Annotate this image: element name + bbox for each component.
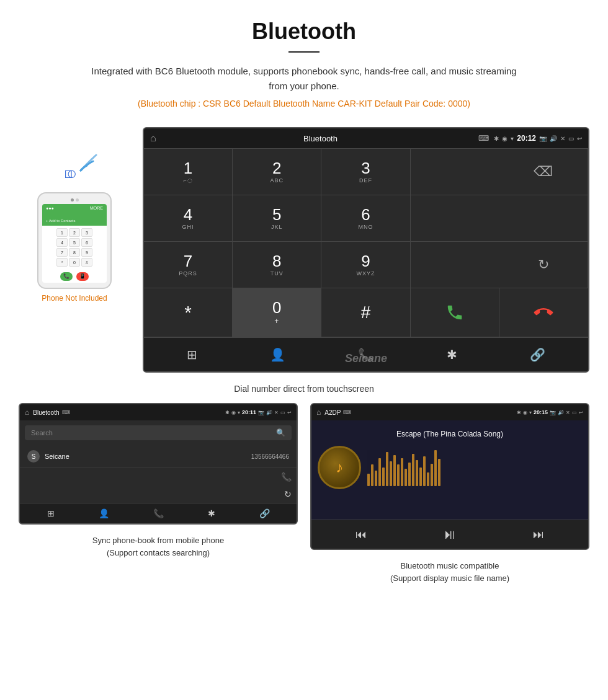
phone-status-bar: ●●● MORE bbox=[42, 204, 107, 212]
nav-phone-icon[interactable]: 📞 bbox=[349, 344, 383, 365]
waveform-bar bbox=[412, 454, 414, 486]
pb-usb-icon: ⌨ bbox=[62, 409, 70, 415]
wifi-icon: ▾ bbox=[511, 135, 514, 142]
dial-backspace[interactable]: ⌫ bbox=[499, 149, 588, 195]
nav-contacts-icon[interactable]: 👤 bbox=[261, 344, 295, 365]
pb-nav-link[interactable]: 🔗 bbox=[259, 508, 270, 518]
music-time: 20:15 bbox=[534, 409, 548, 415]
waveform-bar bbox=[378, 458, 381, 486]
phonebook-block: ⌂ Bluetooth ⌨ ✱ ◉ ▾ 20:11 📷 🔊 ✕ ▭ ↩ Sear… bbox=[19, 403, 298, 593]
waveform-bar bbox=[382, 467, 385, 486]
waveform-bar bbox=[397, 464, 400, 486]
search-placeholder: Search bbox=[31, 429, 276, 436]
phone-call-red-btn: 📱 bbox=[76, 272, 89, 281]
dial-key-8[interactable]: 8 TUV bbox=[233, 242, 321, 288]
phone-keypad-row-2: 4 5 6 bbox=[45, 238, 104, 247]
dial-key-6[interactable]: 6 MNO bbox=[321, 195, 410, 242]
dial-key-7[interactable]: 7 PQRS bbox=[144, 242, 233, 288]
phone-key-7: 7 bbox=[56, 248, 68, 257]
window-icon: ▭ bbox=[568, 135, 574, 142]
music-song-title: Escape (The Pina Colada Song) bbox=[396, 430, 503, 438]
phone-call-green-btn: 📞 bbox=[60, 272, 73, 281]
pb-x-icon[interactable]: ✕ bbox=[274, 410, 279, 415]
phone-not-included-label: Phone Not Included bbox=[42, 294, 107, 303]
pb-cam-icon: 📷 bbox=[258, 410, 264, 415]
pb-nav-bt[interactable]: ✱ bbox=[208, 508, 215, 518]
music-main-area: Escape (The Pina Colada Song) ♪ bbox=[311, 420, 588, 520]
pb-refresh-icon[interactable]: ↻ bbox=[284, 489, 292, 499]
music-back-icon[interactable]: ↩ bbox=[579, 410, 583, 415]
next-button[interactable]: ⏭ bbox=[533, 528, 544, 541]
phone-mockup: ●●● MORE + Add to Contacts 1 2 3 4 5 6 bbox=[37, 192, 112, 289]
phone-key-star: * bbox=[56, 258, 68, 267]
music-status-bar: ⌂ A2DP ⌨ ✱ ◉ ▾ 20:15 📷 🔊 ✕ ▭ ↩ bbox=[311, 404, 588, 420]
contact-row[interactable]: S Seicane 13566664466 bbox=[20, 445, 297, 468]
dial-key-4[interactable]: 4 GHI bbox=[144, 195, 233, 242]
pb-vol-icon: 🔊 bbox=[266, 410, 272, 415]
dial-key-3[interactable]: 3 DEF bbox=[321, 149, 410, 195]
music-home-icon[interactable]: ⌂ bbox=[316, 408, 321, 417]
music-controls: ⏮ ⏯ ⏭ bbox=[311, 520, 588, 549]
dial-hangup-button[interactable] bbox=[499, 288, 588, 337]
pb-back-icon[interactable]: ↩ bbox=[287, 410, 292, 415]
pb-wifi-icon: ▾ bbox=[238, 410, 240, 415]
main-status-bar: ⌂ Bluetooth ⌨ ✱ ◉ ▾ 20:12 📷 🔊 ✕ ▭ ↩ bbox=[144, 128, 588, 148]
prev-button[interactable]: ⏮ bbox=[355, 528, 367, 541]
dial-empty-3 bbox=[499, 195, 588, 242]
waveform-bar bbox=[405, 469, 407, 486]
dial-refresh[interactable]: ↻ bbox=[499, 242, 588, 288]
bottom-screenshots: ⌂ Bluetooth ⌨ ✱ ◉ ▾ 20:11 📷 🔊 ✕ ▭ ↩ Sear… bbox=[0, 403, 608, 606]
pb-nav-contacts[interactable]: 👤 bbox=[99, 508, 109, 518]
dial-key-1[interactable]: 1 ⌐◌ bbox=[144, 149, 233, 195]
music-screen: ⌂ A2DP ⌨ ✱ ◉ ▾ 20:15 📷 🔊 ✕ ▭ ↩ Escape (T… bbox=[310, 403, 589, 550]
dialpad-grid: 1 ⌐◌ 2 ABC 3 DEF ⌫ 4 GHI bbox=[144, 148, 588, 337]
dial-call-button[interactable] bbox=[411, 288, 499, 337]
music-title-bar: A2DP bbox=[324, 409, 341, 416]
music-loc-icon: ◉ bbox=[523, 410, 527, 415]
pb-status-bar: ⌂ Bluetooth ⌨ ✱ ◉ ▾ 20:11 📷 🔊 ✕ ▭ ↩ bbox=[20, 404, 297, 420]
title-divider bbox=[288, 51, 320, 53]
status-right-icons: ✱ ◉ ▾ 20:12 📷 🔊 ✕ ▭ ↩ bbox=[494, 134, 582, 143]
phone-screen: ●●● MORE + Add to Contacts 1 2 3 4 5 6 bbox=[42, 204, 107, 283]
pb-bottom-nav: ⊞ 👤 📞 ✱ 🔗 bbox=[20, 503, 297, 523]
home-icon[interactable]: ⌂ bbox=[150, 133, 156, 144]
music-x-icon[interactable]: ✕ bbox=[566, 410, 570, 415]
phone-camera bbox=[42, 198, 107, 202]
phonebook-screen: ⌂ Bluetooth ⌨ ✱ ◉ ▾ 20:11 📷 🔊 ✕ ▭ ↩ Sear… bbox=[19, 403, 298, 525]
waveform-bar bbox=[375, 471, 377, 486]
phonebook-search-bar[interactable]: Search 🔍 bbox=[25, 425, 292, 440]
contacts-list: S Seicane 13566664466 bbox=[20, 445, 297, 468]
bluetooth-signal-icon: ⎄ bbox=[50, 152, 99, 186]
back-icon[interactable]: ↩ bbox=[577, 135, 582, 142]
play-pause-button[interactable]: ⏯ bbox=[443, 526, 457, 543]
pb-nav-grid[interactable]: ⊞ bbox=[47, 508, 55, 518]
screen-title: Bluetooth bbox=[163, 134, 479, 143]
search-icon: 🔍 bbox=[276, 428, 285, 437]
page-specs: (Bluetooth chip : CSR BC6 Default Blueto… bbox=[12, 99, 596, 109]
pb-home-icon[interactable]: ⌂ bbox=[25, 408, 29, 417]
music-block: ⌂ A2DP ⌨ ✱ ◉ ▾ 20:15 📷 🔊 ✕ ▭ ↩ Escape (T… bbox=[310, 403, 589, 593]
status-time: 20:12 bbox=[517, 134, 536, 143]
phone-keypad: 1 2 3 4 5 6 7 8 9 * bbox=[42, 226, 107, 270]
pb-action-icons: 📞 bbox=[20, 468, 297, 485]
phone-key-8: 8 bbox=[69, 248, 80, 257]
close-icon[interactable]: ✕ bbox=[560, 135, 565, 142]
dial-key-5[interactable]: 5 JKL bbox=[233, 195, 321, 242]
dial-key-9[interactable]: 9 WXYZ bbox=[321, 242, 410, 288]
waveform-bar bbox=[367, 474, 370, 486]
pb-bt-icon: ✱ bbox=[225, 410, 230, 415]
pb-nav-phone[interactable]: 📞 bbox=[153, 508, 164, 518]
dial-key-star[interactable]: * bbox=[144, 288, 233, 337]
nav-grid-icon[interactable]: ⊞ bbox=[177, 344, 207, 365]
pb-phone-icon[interactable]: 📞 bbox=[281, 472, 292, 482]
music-waveform bbox=[367, 449, 582, 486]
dial-key-0[interactable]: 0 + bbox=[233, 288, 321, 337]
waveform-bar bbox=[427, 472, 429, 486]
pb-time: 20:11 bbox=[242, 409, 256, 415]
nav-link-icon[interactable]: 🔗 bbox=[521, 344, 555, 365]
dial-key-hash[interactable]: # bbox=[321, 288, 410, 337]
phone-key-9: 9 bbox=[81, 248, 92, 257]
nav-bluetooth-icon[interactable]: ✱ bbox=[437, 344, 467, 365]
dial-key-2[interactable]: 2 ABC bbox=[233, 149, 321, 195]
music-album-art: ♪ bbox=[318, 446, 361, 489]
